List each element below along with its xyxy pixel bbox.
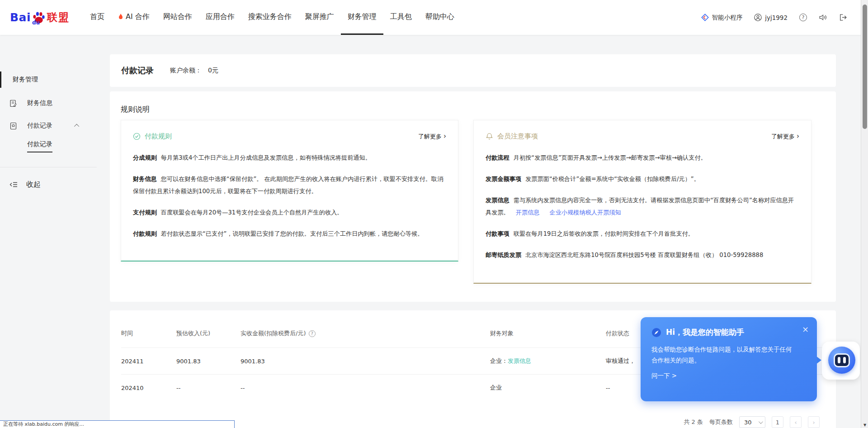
- sidebar-item-payment-records[interactable]: 付款记录: [0, 118, 104, 134]
- sidebar-section-finance[interactable]: 财务管理: [0, 71, 104, 88]
- chevron-down-icon: [759, 419, 763, 424]
- chevron-right-icon: ›: [443, 133, 446, 140]
- payment-rules-title: 付款规则: [145, 132, 172, 141]
- question-mark-icon[interactable]: ?: [309, 330, 316, 337]
- rule-item: 付款事项联盟在每月19日之后签收的发票，付款时间安排在下个月首批支付。: [486, 228, 799, 240]
- small-taxpayer-notice-link[interactable]: 企业小规模纳税人开票须知: [550, 209, 621, 216]
- ask-now-link[interactable]: 问一下 >: [651, 372, 677, 380]
- assistant-robot-avatar[interactable]: [828, 347, 855, 374]
- nav-item-screen-promo[interactable]: 聚屏推广: [298, 0, 341, 35]
- smart-assistant-popup: Hi，我是您的智能助手 × 我会帮助您诊断合作链路问题，以及解答您关于任何合作相…: [641, 317, 817, 401]
- flame-icon: [118, 14, 123, 20]
- logo-text-bai: Bai: [10, 11, 31, 24]
- vertical-scrollbar[interactable]: ▼: [861, 0, 868, 428]
- invoice-info-link[interactable]: 开票信息: [516, 209, 540, 216]
- main-menu: 首页 AI 合作 网站合作 应用合作 搜索业务合作 聚屏推广 财务管理 工具包 …: [83, 0, 461, 35]
- active-section-indicator: [0, 71, 1, 88]
- rule-item: 财务信息您可以在财务信息中选择“保留付款”。 在此期间您产生的收入将在账户内进行…: [133, 173, 446, 197]
- sidebar-item-finance-info[interactable]: 财务信息: [0, 95, 104, 111]
- cell-entity: 企业: [490, 384, 606, 392]
- page-title: 付款记录: [121, 65, 154, 76]
- rules-card: 规则说明 付款规则 了解更多 › 分成规则每月第3或4个工作日产出上月分成信息及…: [110, 91, 836, 302]
- user-icon: [754, 14, 762, 21]
- assistant-greeting: Hi，我是您的智能助手: [666, 327, 744, 338]
- rules-section-title: 规则说明: [121, 105, 150, 114]
- balance-label: 账户余额：: [170, 67, 202, 75]
- pagination: 共 2 条 每页条数 30 1 ‹ ›: [684, 416, 820, 428]
- cell-actual: --: [241, 385, 490, 391]
- payment-rules-panel: 付款规则 了解更多 › 分成规则每月第3或4个工作日产出上月分成信息及发票信息，…: [121, 120, 458, 262]
- robot-face-icon: [834, 353, 850, 367]
- browser-status-message: 正在等待 xlab.baidu.com 的响应...: [0, 420, 235, 428]
- nav-item-search-biz[interactable]: 搜索业务合作: [241, 0, 298, 35]
- sidebar-collapse-button[interactable]: 收起: [0, 176, 104, 193]
- scroll-down-arrow[interactable]: ▼: [861, 423, 868, 427]
- cell-estimated: 9001.83: [176, 358, 241, 365]
- prev-page-button[interactable]: ‹: [790, 416, 802, 428]
- cell-entity: 企业：: [490, 357, 508, 364]
- mini-program-entry[interactable]: 智能小程序: [701, 14, 743, 22]
- chevron-right-icon: ›: [797, 133, 799, 140]
- chevron-up-icon[interactable]: [74, 124, 79, 129]
- member-notes-title: 会员注意事项: [497, 132, 538, 141]
- mini-program-icon: [701, 14, 709, 21]
- col-header-time: 时间: [121, 329, 176, 338]
- top-navbar: Bai du 联盟 首页 AI 合作 网站合作 应用合作 搜索业务合作 聚屏推广…: [0, 0, 868, 35]
- next-page-button[interactable]: ›: [808, 416, 820, 428]
- payment-rules-more-link[interactable]: 了解更多 ›: [418, 133, 446, 141]
- logo-text-du: du: [32, 19, 40, 26]
- rule-item: 邮寄纸质发票北京市海淀区西北旺东路10号院百度科技园5号楼 百度联盟财务组（收）…: [486, 249, 799, 261]
- badge-icon: [9, 122, 17, 130]
- navbar-right: 智能小程序 jyj1992 ?: [701, 0, 847, 35]
- paw-icon: du: [32, 10, 46, 25]
- baidu-union-logo[interactable]: Bai du 联盟: [10, 0, 70, 35]
- close-icon[interactable]: ×: [802, 324, 809, 334]
- compass-icon: [651, 328, 661, 338]
- col-header-entity: 财务对象: [490, 329, 606, 338]
- page-number-1[interactable]: 1: [772, 416, 783, 428]
- sidebar: 财务管理 财务信息 付款记录 付款记录 收起: [0, 35, 104, 428]
- help-icon[interactable]: ?: [799, 14, 807, 21]
- rule-item: 支付规则百度联盟会在每月20号—31号支付企业会员上个自然月产生的收入。: [133, 206, 446, 219]
- nav-item-website[interactable]: 网站合作: [156, 0, 199, 35]
- per-page-label: 每页条数: [709, 418, 733, 426]
- invoice-info-cell-link[interactable]: 发票信息: [508, 357, 531, 364]
- payment-rules-icon: [133, 133, 141, 140]
- cell-time: 202411: [121, 358, 176, 365]
- pagination-total: 共 2 条: [684, 418, 703, 426]
- nav-item-ai[interactable]: AI 合作: [111, 0, 156, 35]
- nav-item-help-center[interactable]: 帮助中心: [419, 0, 461, 35]
- nav-item-finance[interactable]: 财务管理: [341, 0, 383, 35]
- logo-text-lianmeng: 联盟: [47, 10, 70, 24]
- rule-item: 付款规则若付款状态显示“已支付”，说明联盟已安排了您的付款。支付后三个工作日内到…: [133, 228, 446, 240]
- col-header-actual: 实收金额(扣除税费后/元): [241, 329, 306, 338]
- sidebar-subitem-payment-records[interactable]: 付款记录: [27, 140, 52, 152]
- speaker-icon[interactable]: [819, 14, 827, 21]
- col-header-estimated: 预估收入(元): [176, 329, 241, 338]
- document-icon: [9, 100, 17, 107]
- page-header-card: 付款记录 账户余额： 0元: [110, 54, 836, 87]
- sidebar-divider: [0, 167, 97, 167]
- cell-estimated: --: [176, 385, 241, 391]
- nav-item-toolkit[interactable]: 工具包: [383, 0, 419, 35]
- collapse-icon: [9, 181, 18, 188]
- cell-actual: 9001.83: [241, 358, 490, 365]
- member-notes-more-link[interactable]: 了解更多 ›: [771, 133, 799, 141]
- balance-value: 0元: [208, 67, 218, 75]
- rule-item: 分成规则每月第3或4个工作日产出上月分成信息及发票信息，如有特殊情况将提前通知。: [133, 152, 446, 164]
- logout-icon[interactable]: [839, 14, 847, 21]
- nav-item-app[interactable]: 应用合作: [199, 0, 241, 35]
- nav-item-home[interactable]: 首页: [83, 0, 111, 35]
- scrollbar-thumb[interactable]: [863, 5, 867, 129]
- rule-item: 发票信息需与系统内发票信息内容完全一致，否则无法支付。请根据发票信息页面中“百度…: [486, 194, 799, 219]
- assistant-message: 我会帮助您诊断合作链路问题，以及解答您关于任何合作相关的问题。: [651, 344, 797, 366]
- user-account[interactable]: jyj1992: [754, 14, 788, 21]
- per-page-select[interactable]: 30: [739, 416, 765, 428]
- rule-item: 发票金额事项发票票面“价税合计”金额=系统中“实收金额（扣除税费后/元）”。: [486, 173, 799, 185]
- bell-icon: [486, 133, 493, 140]
- cell-time: 202410: [121, 385, 176, 391]
- member-notes-panel: 会员注意事项 了解更多 › 付款流程月初按“发票信息”页面开具发票→上传发票→邮…: [473, 120, 811, 284]
- rule-item: 付款流程月初按“发票信息”页面开具发票→上传发票→邮寄发票→审核→确认支付。: [486, 152, 799, 164]
